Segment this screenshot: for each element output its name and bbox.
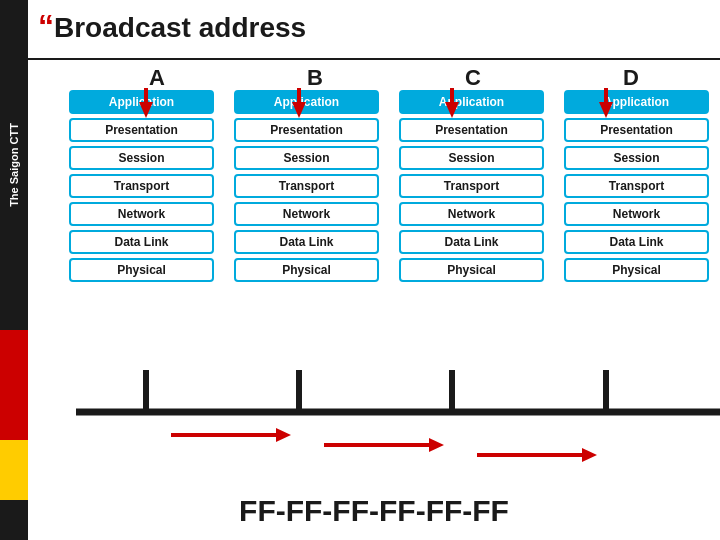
sidebar-yellow xyxy=(0,440,28,500)
col-label-b: B xyxy=(243,65,388,91)
col-label-d: D xyxy=(559,65,704,91)
layer-d-session: Session xyxy=(564,146,709,170)
sidebar-top: The Saigon CTT xyxy=(0,0,28,330)
quote-char: “ xyxy=(38,8,54,44)
column-labels: A B C D xyxy=(78,65,710,91)
osi-column-b: Application Presentation Session Transpo… xyxy=(234,90,379,282)
layer-c-datalink: Data Link xyxy=(399,230,544,254)
svg-marker-8 xyxy=(429,438,444,452)
col-label-a: A xyxy=(85,65,230,91)
layer-d-transport: Transport xyxy=(564,174,709,198)
layer-a-physical: Physical xyxy=(69,258,214,282)
layer-c-presentation: Presentation xyxy=(399,118,544,142)
layer-a-transport: Transport xyxy=(69,174,214,198)
layer-a-presentation: Presentation xyxy=(69,118,214,142)
layer-c-network: Network xyxy=(399,202,544,226)
osi-column-d: Application Presentation Session Transpo… xyxy=(564,90,709,282)
layer-d-network: Network xyxy=(564,202,709,226)
layer-b-presentation: Presentation xyxy=(234,118,379,142)
layer-d-physical: Physical xyxy=(564,258,709,282)
layer-b-application: Application xyxy=(234,90,379,114)
layer-b-datalink: Data Link xyxy=(234,230,379,254)
main-content: “Broadcast address A B C D Application P… xyxy=(28,0,720,540)
col-label-c: C xyxy=(401,65,546,91)
sidebar: The Saigon CTT xyxy=(0,0,28,540)
layer-c-physical: Physical xyxy=(399,258,544,282)
layer-a-network: Network xyxy=(69,202,214,226)
layer-c-application: Application xyxy=(399,90,544,114)
layer-d-presentation: Presentation xyxy=(564,118,709,142)
layer-d-application: Application xyxy=(564,90,709,114)
osi-columns: Application Presentation Session Transpo… xyxy=(63,90,715,282)
page-title: “Broadcast address xyxy=(38,8,306,45)
layer-a-datalink: Data Link xyxy=(69,230,214,254)
svg-marker-6 xyxy=(276,428,291,442)
layer-c-transport: Transport xyxy=(399,174,544,198)
sidebar-bottom xyxy=(0,500,28,540)
svg-marker-10 xyxy=(582,448,597,462)
sidebar-label: The Saigon CTT xyxy=(8,123,20,207)
layer-a-application: Application xyxy=(69,90,214,114)
layer-b-physical: Physical xyxy=(234,258,379,282)
sidebar-red xyxy=(0,330,28,440)
osi-column-c: Application Presentation Session Transpo… xyxy=(399,90,544,282)
layer-a-session: Session xyxy=(69,146,214,170)
layer-b-network: Network xyxy=(234,202,379,226)
layer-b-session: Session xyxy=(234,146,379,170)
mac-address: FF-FF-FF-FF-FF-FF xyxy=(28,494,720,528)
layer-b-transport: Transport xyxy=(234,174,379,198)
title-divider xyxy=(28,58,720,60)
layer-c-session: Session xyxy=(399,146,544,170)
title-text: Broadcast address xyxy=(54,12,306,43)
layer-d-datalink: Data Link xyxy=(564,230,709,254)
osi-column-a: Application Presentation Session Transpo… xyxy=(69,90,214,282)
